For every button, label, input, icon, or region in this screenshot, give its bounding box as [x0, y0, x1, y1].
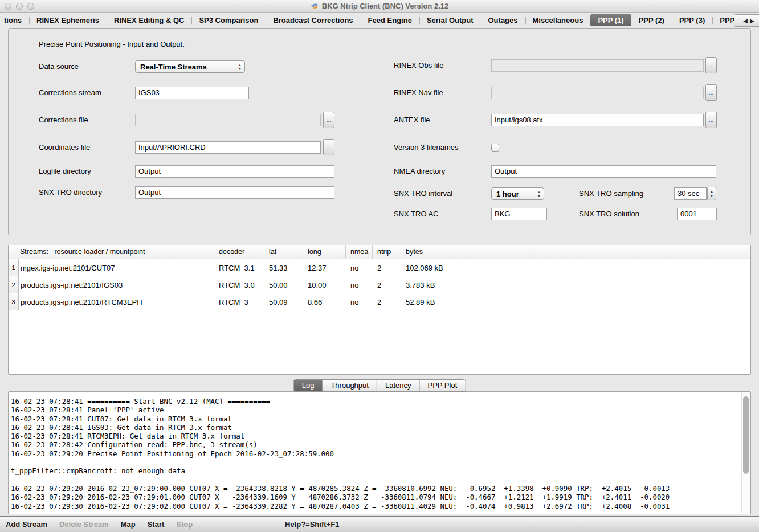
version3-filenames-label: Version 3 filenames — [394, 141, 458, 154]
tab-log[interactable]: Log — [294, 380, 323, 391]
tab-rinex-ephemeris[interactable]: RINEX Ephemeris — [29, 14, 107, 26]
rinex-nav-file-browse-button[interactable]: ... — [705, 84, 717, 101]
tab-ppp-plot[interactable]: PPP Plot — [419, 380, 465, 391]
cell-long: 12.37 — [303, 264, 346, 272]
tab-ppp-1[interactable]: PPP (1) — [590, 14, 631, 26]
tab-throughput[interactable]: Throughput — [323, 380, 377, 391]
snx-tro-directory-input[interactable]: Output — [135, 186, 334, 199]
tab-serial-output[interactable]: Serial Output — [419, 14, 481, 26]
stepper-down-icon: ▼ — [710, 194, 713, 198]
logfile-directory-input[interactable]: Output — [135, 165, 334, 178]
tab-feed-engine[interactable]: Feed Engine — [361, 14, 419, 26]
tab-ppp-3[interactable]: PPP (3) — [672, 14, 712, 26]
window-title: BKG Ntrip Client (BNC) Version 2.12 — [322, 2, 448, 10]
corrections-stream-input[interactable]: IGS03 — [135, 87, 249, 99]
antex-file-input[interactable]: Input/igs08.atx — [491, 114, 704, 126]
snx-tro-ac-input[interactable]: BKG — [491, 208, 547, 220]
column-header-ntrip: ntrip — [373, 245, 401, 259]
stream-row[interactable]: 1 mgex.igs-ip.net:2101/CUT07 RTCM_3.1 51… — [9, 259, 750, 276]
log-panel: 16-02-23 07:28:41 ========== Start BNC v… — [8, 391, 751, 514]
coordinates-file-input[interactable]: Input/APRIORI.CRD — [135, 141, 321, 154]
coordinates-file-browse-button[interactable]: ... — [323, 139, 334, 155]
column-header-mountpoint: Streams: resource loader / mountpoint — [9, 245, 214, 259]
cell-bytes: 3.783 kB — [401, 281, 750, 289]
tab-ppp-2[interactable]: PPP (2) — [631, 14, 672, 26]
coordinates-file-label: Coordinates file — [39, 141, 90, 154]
log-output: 16-02-23 07:28:41 ========== Start BNC v… — [9, 392, 750, 510]
cell-bytes: 102.069 kB — [401, 264, 750, 272]
cell-long: 10.00 — [303, 281, 346, 289]
corrections-file-input[interactable] — [135, 114, 321, 126]
rinex-obs-file-input[interactable] — [491, 59, 704, 72]
version3-filenames-checkbox[interactable] — [491, 144, 499, 152]
main-tab-bar: tions RINEX Ephemeris RINEX Editing & QC… — [0, 13, 759, 28]
nmea-directory-label: NMEA directory — [394, 165, 445, 178]
stepper-up-icon: ▲ — [710, 190, 713, 193]
streams-table: Streams: resource loader / mountpoint de… — [8, 245, 751, 375]
corrections-file-browse-button[interactable]: ... — [323, 112, 334, 128]
window-close-button[interactable] — [5, 3, 11, 10]
column-header-decoder: decoder — [214, 245, 264, 259]
row-number: 2 — [9, 276, 19, 293]
rinex-obs-file-browse-button[interactable]: ... — [705, 57, 717, 73]
cell-mountpoint: products.igs-ip.net:2101/RTCM3EPH — [19, 298, 214, 306]
tab-options[interactable]: tions — [1, 14, 29, 26]
snx-tro-sampling-input[interactable]: 30 sec — [674, 187, 707, 200]
snx-tro-sampling-stepper[interactable]: ▲ ▼ — [707, 187, 716, 200]
cell-decoder: RTCM_3.0 — [214, 281, 264, 289]
combo-stepper-icon: ▲▼ — [235, 61, 244, 72]
bottom-toolbar: Add Stream Delete Stream Map Start Stop … — [0, 515, 759, 532]
tab-rinex-editing-qc[interactable]: RINEX Editing & QC — [107, 14, 192, 26]
cell-ntrip: 2 — [373, 281, 401, 289]
window-minimize-button[interactable] — [16, 3, 23, 10]
tab-latency[interactable]: Latency — [377, 380, 420, 391]
log-scrollbar-thumb[interactable] — [743, 396, 749, 474]
column-header-bytes: bytes — [401, 245, 750, 259]
snx-tro-interval-label: SNX TRO interval — [394, 187, 452, 200]
app-window: BKG Ntrip Client (BNC) Version 2.12 tion… — [0, 0, 759, 532]
map-button[interactable]: Map — [121, 520, 136, 529]
cell-decoder: RTCM_3.1 — [214, 264, 264, 272]
nmea-directory-input[interactable]: Output — [491, 165, 716, 178]
cell-nmea: no — [346, 281, 373, 289]
stream-row[interactable]: 2 products.igs-ip.net:2101/IGS03 RTCM_3.… — [9, 276, 750, 293]
delete-stream-button[interactable]: Delete Stream — [59, 520, 109, 529]
add-stream-button[interactable]: Add Stream — [6, 520, 47, 529]
snx-tro-solution-input[interactable]: 0001 — [677, 208, 717, 220]
logfile-directory-label: Logfile directory — [39, 165, 91, 178]
data-source-select[interactable]: Real-Time Streams ▲▼ — [135, 60, 245, 73]
column-header-nmea: nmea — [346, 245, 373, 259]
column-header-lat: lat — [264, 245, 303, 259]
cell-mountpoint: products.igs-ip.net:2101/IGS03 — [19, 281, 214, 289]
tab-outages[interactable]: Outages — [481, 14, 525, 26]
antex-file-browse-button[interactable]: ... — [705, 112, 717, 128]
tab-scroll-right-icon[interactable]: ▶ — [750, 18, 754, 24]
log-tab-bar: Log Throughput Latency PPP Plot — [293, 379, 466, 392]
row-number: 3 — [9, 293, 19, 310]
streams-table-header: Streams: resource loader / mountpoint de… — [9, 245, 750, 259]
cell-ntrip: 2 — [373, 264, 401, 272]
antex-file-label: ANTEX file — [394, 114, 430, 126]
column-header-long: long — [303, 245, 346, 259]
log-scrollbar[interactable] — [741, 392, 750, 513]
cell-decoder: RTCM_3 — [214, 298, 264, 306]
tab-miscellaneous[interactable]: Miscellaneous — [525, 14, 591, 26]
snx-tro-ac-label: SNX TRO AC — [394, 208, 439, 220]
traffic-lights — [5, 3, 34, 10]
stop-button[interactable]: Stop — [176, 520, 193, 529]
row-number: 1 — [9, 259, 19, 276]
start-button[interactable]: Start — [148, 520, 165, 529]
combo-stepper-icon: ▲▼ — [534, 188, 544, 199]
tab-scroll-left-icon[interactable]: ◀ — [743, 18, 748, 24]
stream-row[interactable]: 3 products.igs-ip.net:2101/RTCM3EPH RTCM… — [9, 293, 750, 310]
snx-tro-directory-label: SNX TRO directory — [39, 186, 102, 199]
tab-broadcast-corrections[interactable]: Broadcast Corrections — [266, 14, 360, 26]
cell-lat: 50.09 — [264, 298, 303, 306]
app-icon — [311, 2, 319, 10]
rinex-nav-file-input[interactable] — [491, 87, 704, 99]
rinex-nav-file-label: RINEX Nav file — [394, 87, 443, 99]
cell-bytes: 52.89 kB — [401, 298, 750, 306]
snx-tro-interval-select[interactable]: 1 hour ▲▼ — [491, 187, 544, 200]
tab-sp3-comparison[interactable]: SP3 Comparison — [191, 14, 266, 26]
window-zoom-button[interactable] — [27, 3, 34, 10]
